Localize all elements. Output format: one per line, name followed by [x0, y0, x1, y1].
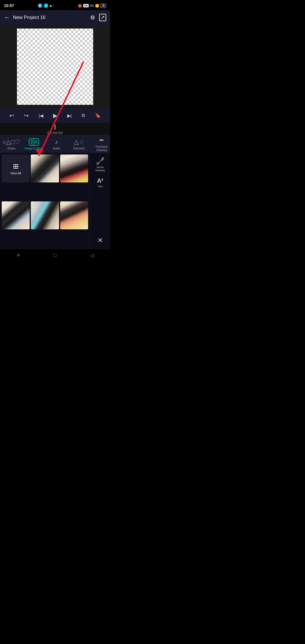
skip-end-button[interactable]: ▶|	[67, 113, 72, 118]
tab-image-video[interactable]: Image & Video	[23, 137, 45, 152]
status-time: 15:57	[4, 3, 14, 8]
elements-label: Elements	[73, 147, 85, 150]
back-nav-button[interactable]: ◁	[86, 249, 98, 262]
view-all-button[interactable]: ⊞ View All	[2, 155, 30, 182]
redo-button[interactable]: ↪	[24, 112, 29, 119]
dot-icon: •	[53, 5, 54, 7]
image-video-icon	[31, 140, 37, 145]
app-icon-1: ◎	[44, 3, 48, 8]
svg-marker-2	[36, 141, 37, 143]
elements-icon: △♢	[74, 138, 84, 146]
battery-badge: 25	[100, 4, 106, 8]
timeline-cursor	[55, 125, 55, 130]
grid-icon: ⊞	[13, 162, 19, 170]
text-label: Text	[98, 185, 103, 188]
freehand-icon: ✒	[99, 137, 104, 144]
image-video-icon-box	[29, 138, 39, 146]
menu-button[interactable]: ≡	[12, 249, 25, 262]
timeline-bar[interactable]: 00:00:00	[0, 123, 110, 135]
skip-start-button[interactable]: |◀	[39, 113, 43, 118]
header: ← New Project 16 ⚙ ↗	[0, 10, 110, 25]
status-right-icons: 🔕 HD 4G 📶 25	[78, 4, 106, 8]
svg-point-1	[32, 141, 33, 142]
project-title: New Project 16	[13, 15, 90, 20]
timeline-controls: ↩ ↪ |◀ ▶ ▶| ⧉ 🔖	[0, 108, 110, 123]
settings-button[interactable]: ⚙	[90, 14, 95, 21]
media-thumbnail-4[interactable]	[31, 201, 59, 229]
media-thumbnail-1[interactable]	[31, 155, 59, 182]
nav-bar: ≡ □ ◁	[0, 249, 110, 261]
close-button[interactable]: ✕	[92, 234, 109, 247]
text-button[interactable]: Aa Text	[92, 175, 109, 190]
image-video-label: Image & Video	[25, 147, 43, 150]
tab-elements[interactable]: △♢ Elements	[68, 137, 90, 152]
media-grid: ⊞ View All	[0, 153, 90, 249]
back-button[interactable]: ←	[4, 14, 10, 21]
bell-icon: 🔕	[78, 4, 82, 8]
media-thumbnail-2[interactable]	[60, 155, 88, 182]
shape-icon: ○△□♡	[2, 138, 20, 146]
tab-audio[interactable]: ♪ Audio	[45, 137, 68, 152]
hd-badge: HD	[83, 4, 89, 7]
vector-drawing-button[interactable]: Vector Drawing	[92, 155, 109, 174]
notification-icon: 🔔	[38, 3, 42, 8]
right-sidebar: Vector Drawing Aa Text ✕	[90, 153, 110, 249]
vector-drawing-icon	[97, 157, 104, 165]
undo-button[interactable]: ↩	[9, 112, 14, 119]
status-bar: 15:57 🔔 ◎ ♠ • 🔕 HD 4G 📶 25	[0, 0, 110, 10]
home-button[interactable]: □	[49, 249, 61, 262]
bars-icon: 📶	[95, 4, 99, 8]
media-thumbnail-3[interactable]	[2, 201, 30, 229]
vector-drawing-label: Vector Drawing	[93, 166, 108, 172]
tool-tabs: ○△□♡ Shape Image & Video ♪ Audio △♢ Elem…	[0, 135, 110, 153]
export-button[interactable]: ↗	[99, 14, 106, 21]
tab-freehand[interactable]: ✒ Freehand Drawing	[90, 135, 110, 153]
audio-label: Audio	[53, 147, 60, 150]
shape-label: Shape	[7, 147, 16, 150]
freehand-label: Freehand Drawing	[93, 145, 110, 152]
text-icon: Aa	[97, 178, 103, 184]
signal-icon: 4G	[90, 4, 94, 7]
bookmark-button[interactable]: 🔖	[95, 113, 101, 119]
content-panel: ⊞ View All Vector Drawing Aa Text	[0, 153, 110, 249]
alipay-icon: ♠	[50, 3, 52, 8]
status-center-icons: 🔔 ◎ ♠ •	[38, 3, 54, 8]
copy-button[interactable]: ⧉	[82, 113, 85, 118]
tab-shape[interactable]: ○△□♡ Shape	[0, 137, 23, 152]
timeline-timecode: 00:00:00	[47, 131, 63, 135]
close-icon: ✕	[97, 236, 103, 244]
media-thumbnail-5[interactable]	[60, 201, 88, 229]
view-all-label: View All	[10, 171, 21, 175]
audio-icon: ♪	[55, 138, 58, 146]
play-button[interactable]: ▶	[53, 112, 57, 119]
canvas-area	[0, 25, 110, 108]
canvas-frame[interactable]	[17, 29, 93, 105]
header-action-icons: ⚙ ↗	[90, 14, 106, 21]
